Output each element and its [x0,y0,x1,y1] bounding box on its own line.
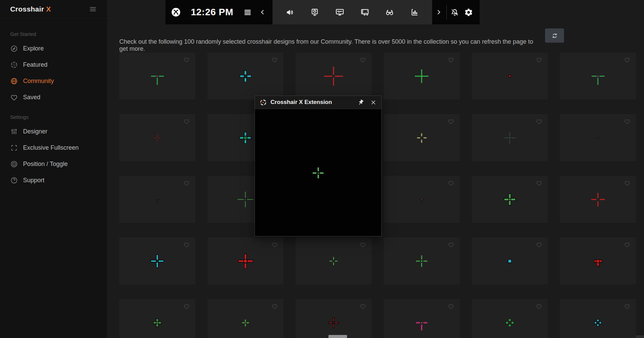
favorite-heart-icon[interactable] [183,57,190,63]
crosshair-card[interactable] [119,52,195,100]
close-icon[interactable] [370,99,377,106]
help-icon [10,176,18,184]
crosshair-card[interactable] [119,299,195,338]
favorite-heart-icon[interactable] [360,57,366,63]
sidebar-item-featured[interactable]: Featured [0,57,107,73]
favorite-heart-icon[interactable] [183,241,190,248]
looking-for-group-icon[interactable] [385,8,394,17]
crosshair-card[interactable] [384,176,460,223]
crosshair-card[interactable] [560,299,636,338]
sidebar-item-community[interactable]: Community [0,73,107,89]
favorite-heart-icon[interactable] [448,57,454,63]
crosshair-card[interactable] [472,114,548,161]
favorite-heart-icon[interactable] [271,303,278,310]
crosshair-card[interactable] [119,114,195,161]
favorite-heart-icon[interactable] [624,118,630,125]
crosshair-card[interactable] [207,299,283,338]
crosshair-card[interactable] [207,52,283,100]
favorite-heart-icon[interactable] [536,303,542,310]
chevron-right-icon[interactable] [435,8,442,16]
favorite-heart-icon[interactable] [271,241,278,248]
resources-icon[interactable] [410,8,419,17]
extension-titlebar[interactable]: Crosshair X Extension [255,96,381,109]
fullscreen-icon [10,144,18,152]
favorite-heart-icon[interactable] [624,180,630,186]
refresh-button[interactable] [545,28,564,43]
compass-icon [10,45,18,52]
favorite-heart-icon[interactable] [536,118,542,125]
crosshair-card[interactable] [119,176,195,223]
crosshair-card[interactable] [296,299,371,338]
favorite-heart-icon[interactable] [536,57,542,63]
crosshair-card[interactable] [472,299,548,338]
hamburger-menu-icon[interactable] [89,5,97,13]
sidebar-item-label: Saved [23,94,40,101]
capture-gallery-icon[interactable] [360,8,369,17]
favorite-heart-icon[interactable] [183,180,190,186]
chevron-left-icon[interactable] [259,8,266,16]
target-icon [10,160,18,168]
audio-icon[interactable] [285,8,295,17]
crosshair-card[interactable] [560,176,636,223]
sidebar-item-label: Designer [23,128,47,135]
game-bar-clock: 12:26 PM [181,7,243,18]
favorite-heart-icon[interactable] [536,241,542,248]
game-bar-widgets-section [273,0,432,24]
favorite-heart-icon[interactable] [360,241,366,248]
sidebar-item-label: Exclusive Fullscreen [23,144,79,151]
sidebar-section-label: Settings [0,114,107,120]
favorite-heart-icon[interactable] [624,303,630,310]
crosshair-card[interactable] [560,237,636,284]
globe-icon [10,77,18,85]
sidebar-item-exclusive-fullscreen[interactable]: Exclusive Fullscreen [0,140,107,156]
crosshair-card[interactable] [384,237,460,284]
notifications-off-icon[interactable] [450,8,459,17]
extension-actions [358,99,377,106]
xbox-logo-icon[interactable] [171,7,181,17]
crosshair-card[interactable] [119,237,195,284]
favorite-heart-icon[interactable] [448,180,454,186]
settings-gear-icon[interactable] [464,8,473,17]
crosshair-card[interactable] [384,299,460,338]
sidebar-item-position-toggle[interactable]: Position / Toggle [0,156,107,172]
crosshair-card[interactable] [472,237,548,284]
favorite-heart-icon[interactable] [271,57,278,63]
performance-icon[interactable] [335,8,344,17]
favorite-heart-icon[interactable] [448,241,454,248]
sidebar-item-explore[interactable]: Explore [0,40,107,57]
extension-title: Crosshair X Extension [270,99,332,106]
favorite-heart-icon[interactable] [360,303,366,310]
sidebar-section-label: Get Started [0,31,107,37]
crosshair-card[interactable] [472,176,548,223]
crosshair-card[interactable] [296,52,371,100]
sidebar-item-support[interactable]: Support [0,172,107,188]
favorite-heart-icon[interactable] [448,303,454,310]
sidebar: Crosshair X Get StartedExploreFeaturedCo… [0,0,107,338]
crosshair-card[interactable] [296,237,371,284]
taskbar-handle[interactable] [328,335,347,338]
sidebar-item-saved[interactable]: Saved [0,89,107,105]
pin-icon[interactable] [358,99,364,106]
crosshair-card[interactable] [207,237,283,284]
crosshair-card[interactable] [472,52,548,100]
favorite-heart-icon[interactable] [183,303,190,310]
favorite-heart-icon[interactable] [624,241,630,248]
crosshair-card[interactable] [384,52,460,100]
favorite-heart-icon[interactable] [624,57,630,63]
crosshair-card[interactable] [560,52,636,100]
extension-preview-area [255,109,381,237]
widgets-icon[interactable] [243,8,252,17]
sliders-icon [10,128,18,135]
sidebar-item-designer[interactable]: Designer [0,123,107,140]
favorite-heart-icon[interactable] [183,118,190,125]
crosshair-card[interactable] [560,114,636,161]
sidebar-item-label: Featured [23,61,47,68]
crosshair-card[interactable] [384,114,460,161]
sidebar-nav: Get StartedExploreFeaturedCommunitySaved… [0,31,107,188]
scope-icon [10,61,18,69]
refresh-icon [551,32,558,39]
favorite-heart-icon[interactable] [536,180,542,186]
favorite-heart-icon[interactable] [448,118,454,125]
community-description: Check out the following 100 randomly sel… [119,38,543,52]
capture-icon[interactable] [310,8,319,17]
